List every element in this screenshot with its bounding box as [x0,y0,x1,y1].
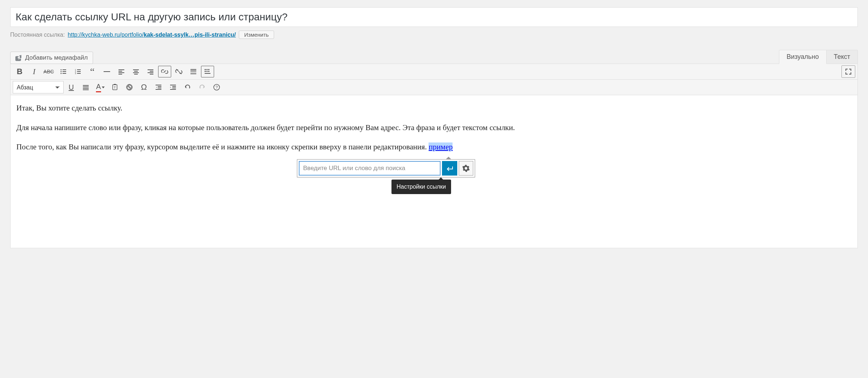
svg-rect-15 [118,74,122,75]
underline-button[interactable]: U [64,81,78,93]
link-url-input[interactable] [299,161,441,176]
redo-button[interactable] [195,81,209,93]
svg-rect-47 [170,85,176,85]
svg-rect-27 [190,72,196,72]
svg-rect-19 [134,74,138,75]
insert-link-popup [297,159,475,177]
svg-rect-26 [190,71,196,71]
bold-button[interactable]: B [13,65,27,78]
svg-rect-50 [170,89,176,90]
outdent-button[interactable] [152,81,165,93]
blockquote-button[interactable]: “ [85,65,99,78]
toolbar-toggle-button[interactable] [201,66,214,77]
fullscreen-button[interactable] [841,65,855,78]
svg-rect-36 [83,85,89,86]
svg-rect-5 [63,73,66,74]
editor-frame: B I ABC 123 “ Абзац U A T Ω [10,64,858,248]
svg-rect-48 [172,86,176,87]
svg-rect-14 [118,72,124,73]
svg-point-0 [61,69,62,71]
add-media-button[interactable]: Добавить медиафайл [10,52,93,64]
p3-text: После того, как Вы написали эту фразу, к… [16,142,429,151]
gear-icon [462,164,470,172]
italic-button[interactable]: I [27,65,41,78]
editor-tabs: Визуально Текст [779,50,858,64]
add-media-label: Добавить медиафайл [25,54,88,61]
special-character-button[interactable]: Ω [137,81,151,93]
svg-rect-25 [190,69,196,70]
permalink-row: Постоянная ссылка: http://kychka-web.ru/… [10,31,858,39]
svg-rect-20 [148,69,153,70]
svg-rect-3 [63,71,66,72]
permalink-base: http://kychka-web.ru/portfolio/ [68,32,144,38]
numbered-list-button[interactable]: 123 [71,65,85,78]
enter-icon [445,164,454,173]
permalink-link[interactable]: http://kychka-web.ru/portfolio/kak-sdela… [68,32,236,38]
svg-rect-35 [205,73,210,74]
help-button[interactable]: ? [210,81,224,93]
paste-text-button[interactable]: T [108,81,122,93]
svg-text:T: T [114,86,116,89]
svg-rect-31 [208,69,209,70]
svg-text:3: 3 [75,72,76,75]
svg-rect-17 [134,71,138,72]
apply-link-button[interactable] [442,161,457,176]
svg-rect-30 [206,69,208,70]
remove-link-button[interactable] [172,65,186,78]
svg-rect-28 [190,73,196,74]
content-paragraph-2: Для начала напишите слово или фразу, кли… [16,122,852,134]
selected-link-text[interactable]: пример [429,142,453,151]
bullet-list-button[interactable] [56,65,70,78]
align-left-button[interactable] [114,65,128,78]
svg-rect-33 [206,71,208,72]
content-paragraph-1: Итак, Вы хотите сделать ссылку. [16,102,852,114]
svg-rect-23 [150,74,153,75]
svg-rect-1 [63,69,66,70]
align-center-button[interactable] [129,65,143,78]
svg-rect-34 [208,71,209,72]
toolbar-row-2: Абзац U A T Ω ? [11,80,857,95]
link-settings-button[interactable] [459,161,473,176]
post-title-input[interactable] [10,7,858,27]
indent-button[interactable] [166,81,180,93]
tab-text[interactable]: Текст [827,50,858,64]
svg-rect-21 [150,71,153,72]
insert-link-button[interactable] [158,66,171,77]
svg-line-24 [176,69,181,74]
toolbar-row-1: B I ABC 123 “ [11,64,857,80]
permalink-label: Постоянная ссылка: [10,32,65,38]
strikethrough-button[interactable]: ABC [42,65,56,78]
clear-formatting-button[interactable] [122,81,136,93]
text-color-button[interactable]: A [93,81,107,93]
svg-rect-38 [83,88,89,89]
svg-text:?: ? [216,85,218,89]
svg-rect-11 [77,73,81,74]
svg-rect-32 [205,71,206,72]
align-right-button[interactable] [144,65,157,78]
svg-rect-49 [172,88,176,88]
svg-point-4 [61,73,62,74]
svg-rect-45 [158,88,161,88]
svg-rect-29 [205,69,206,70]
camera-music-icon [14,54,22,62]
svg-rect-44 [158,86,161,87]
svg-rect-12 [118,69,124,70]
svg-rect-16 [133,69,139,70]
svg-rect-7 [77,69,81,70]
horizontal-rule-button[interactable] [100,65,114,78]
svg-point-2 [61,71,62,72]
undo-button[interactable] [181,81,194,93]
format-select[interactable]: Абзац [13,81,64,93]
svg-rect-22 [148,72,153,73]
svg-rect-13 [118,71,122,72]
svg-rect-41 [114,84,116,85]
permalink-slug: kak-sdelat-ssylk…pis-ili-stranicu/ [144,32,236,38]
insert-more-button[interactable] [186,65,200,78]
editor-content[interactable]: Итак, Вы хотите сделать ссылку. Для нача… [11,95,857,248]
content-paragraph-3: После того, как Вы написали эту фразу, к… [16,141,852,153]
svg-rect-9 [77,71,81,72]
edit-permalink-button[interactable]: Изменить [239,31,274,39]
svg-rect-43 [156,85,161,85]
align-justify-button[interactable] [79,81,93,93]
tab-visual[interactable]: Визуально [779,50,827,64]
